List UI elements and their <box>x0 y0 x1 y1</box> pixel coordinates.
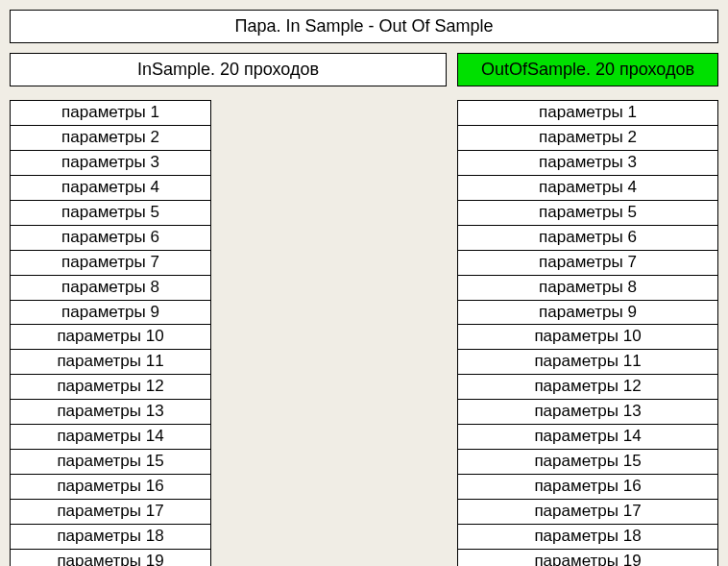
out-of-sample-item: параметры 15 <box>457 450 718 475</box>
out-of-sample-item: параметры 7 <box>457 251 718 276</box>
out-of-sample-item: параметры 18 <box>457 525 718 550</box>
columns-container: InSample. 20 проходов параметры 1парамет… <box>10 53 718 566</box>
out-of-sample-item: параметры 5 <box>457 201 718 226</box>
in-sample-item: параметры 9 <box>10 301 211 326</box>
in-sample-item: параметры 17 <box>10 500 211 525</box>
out-of-sample-item: параметры 9 <box>457 301 718 326</box>
in-sample-list: параметры 1параметры 2параметры 3парамет… <box>10 100 211 566</box>
out-of-sample-item: параметры 10 <box>457 325 718 350</box>
in-sample-item: параметры 3 <box>10 151 211 176</box>
in-sample-item: параметры 1 <box>10 100 211 126</box>
out-of-sample-item: параметры 11 <box>457 350 718 375</box>
in-sample-item: параметры 5 <box>10 201 211 226</box>
in-sample-item: параметры 10 <box>10 325 211 350</box>
in-sample-item: параметры 14 <box>10 425 211 450</box>
in-sample-item: параметры 16 <box>10 475 211 500</box>
out-of-sample-item: параметры 3 <box>457 151 718 176</box>
in-sample-item: параметры 6 <box>10 226 211 251</box>
out-of-sample-item: параметры 1 <box>457 100 718 126</box>
pair-title: Пара. In Sample - Out Of Sample <box>10 10 718 43</box>
out-of-sample-column: OutOfSample. 20 проходов параметры 1пара… <box>457 53 718 566</box>
out-of-sample-item: параметры 16 <box>457 475 718 500</box>
in-sample-item: параметры 11 <box>10 350 211 375</box>
out-of-sample-item: параметры 14 <box>457 425 718 450</box>
in-sample-item: параметры 13 <box>10 400 211 425</box>
in-sample-item: параметры 2 <box>10 126 211 151</box>
in-sample-item: параметры 7 <box>10 251 211 276</box>
in-sample-column: InSample. 20 проходов параметры 1парамет… <box>10 53 447 566</box>
out-of-sample-item: параметры 4 <box>457 176 718 201</box>
out-of-sample-item: параметры 6 <box>457 226 718 251</box>
out-of-sample-item: параметры 13 <box>457 400 718 425</box>
out-of-sample-list: параметры 1параметры 2параметры 3парамет… <box>457 100 718 566</box>
out-of-sample-header: OutOfSample. 20 проходов <box>457 53 718 86</box>
in-sample-item: параметры 8 <box>10 276 211 301</box>
out-of-sample-item: параметры 12 <box>457 375 718 400</box>
in-sample-item: параметры 19 <box>10 550 211 566</box>
out-of-sample-item: параметры 19 <box>457 550 718 566</box>
in-sample-header: InSample. 20 проходов <box>10 53 447 86</box>
out-of-sample-item: параметры 17 <box>457 500 718 525</box>
in-sample-item: параметры 15 <box>10 450 211 475</box>
out-of-sample-item: параметры 8 <box>457 276 718 301</box>
out-of-sample-item: параметры 2 <box>457 126 718 151</box>
in-sample-item: параметры 4 <box>10 176 211 201</box>
in-sample-item: параметры 12 <box>10 375 211 400</box>
in-sample-item: параметры 18 <box>10 525 211 550</box>
